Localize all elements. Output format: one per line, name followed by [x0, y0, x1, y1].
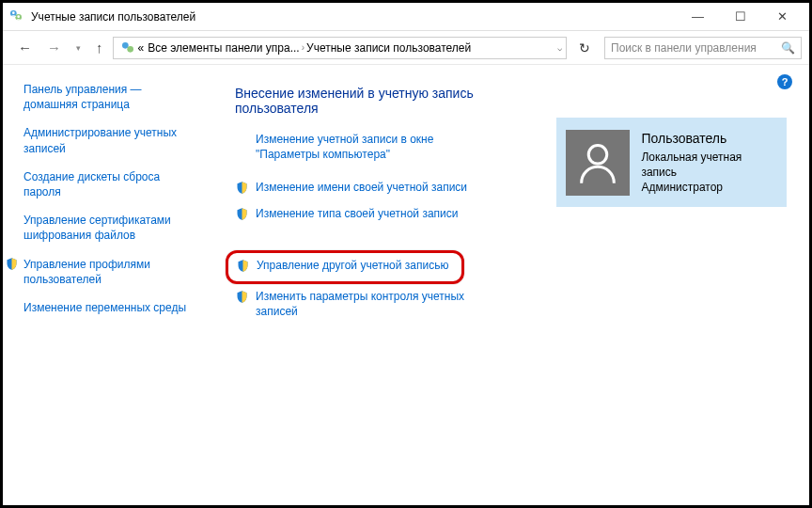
back-button[interactable]: ← — [12, 36, 38, 59]
forward-button[interactable]: → — [41, 36, 67, 59]
link-change-name[interactable]: Изменение имени своей учетной записи — [235, 181, 538, 198]
minimize-button[interactable]: — — [677, 4, 719, 30]
link-change-account-settings[interactable]: Изменение учетной записи в окне "Парамет… — [235, 133, 538, 162]
shield-icon — [235, 290, 250, 307]
user-info: Пользователь Локальная учетная запись Ад… — [641, 130, 777, 195]
svg-point-3 — [17, 15, 20, 18]
link-change-type[interactable]: Изменение типа своей учетной записи — [235, 207, 538, 224]
maximize-button[interactable]: ☐ — [719, 4, 761, 30]
refresh-button[interactable]: ↻ — [574, 38, 595, 58]
link-label: Изменить параметры контроля учетных запи… — [256, 290, 472, 319]
current-user-card[interactable]: Пользователь Локальная учетная запись Ад… — [556, 118, 787, 207]
titlebar: Учетные записи пользователей — ☐ ✕ — [3, 3, 809, 31]
sidebar-home[interactable]: Панель управления — домашняя страница — [23, 82, 195, 112]
user-name: Пользователь — [641, 130, 777, 148]
link-manage-other-account[interactable]: Управление другой учетной записью — [236, 259, 448, 276]
sidebar-item-label: Управление профилями пользователей — [23, 257, 195, 287]
link-uac-settings[interactable]: Изменить параметры контроля учетных запи… — [235, 290, 538, 319]
link-label: Управление другой учетной записью — [257, 259, 448, 274]
svg-point-4 — [122, 42, 129, 49]
link-label: Изменение имени своей учетной записи — [256, 181, 467, 196]
shield-icon — [5, 257, 19, 287]
link-label: Изменение типа своей учетной записи — [256, 207, 458, 222]
search-placeholder: Поиск в панели управления — [611, 41, 781, 55]
shield-icon — [236, 259, 251, 276]
sidebar-user-profiles[interactable]: Управление профилями пользователей — [23, 257, 195, 287]
breadcrumb-prefix: « — [138, 41, 145, 55]
sidebar: Панель управления — домашняя страница Ад… — [3, 65, 205, 505]
search-icon: 🔍 — [781, 41, 795, 55]
breadcrumb-part1[interactable]: Все элементы панели упра... — [148, 41, 300, 55]
shield-icon — [235, 181, 250, 198]
sidebar-encryption-certs[interactable]: Управление сертификатами шифрования файл… — [23, 213, 195, 243]
avatar — [566, 130, 630, 196]
main-actions: Внесение изменений в учетную запись поль… — [235, 86, 538, 496]
history-dropdown[interactable]: ▾ — [70, 40, 86, 56]
user-role: Администратор — [641, 180, 777, 195]
window-title: Учетные записи пользователей — [31, 10, 195, 24]
highlighted-action: Управление другой учетной записью — [226, 250, 464, 284]
page-heading: Внесение изменений в учетную запись поль… — [235, 86, 538, 116]
help-icon[interactable]: ? — [777, 74, 792, 89]
close-button[interactable]: ✕ — [761, 4, 804, 30]
app-icon — [8, 8, 25, 25]
sidebar-env-vars[interactable]: Изменение переменных среды — [23, 300, 195, 315]
address-icon — [120, 40, 135, 56]
main-panel: Внесение изменений в учетную запись поль… — [205, 65, 809, 505]
svg-point-2 — [12, 11, 15, 14]
breadcrumb-part2[interactable]: Учетные записи пользователей — [306, 41, 471, 55]
window-frame: Учетные записи пользователей — ☐ ✕ ← → ▾… — [0, 0, 812, 508]
user-account-type: Локальная учетная запись — [641, 150, 777, 180]
search-box[interactable]: Поиск в панели управления 🔍 — [604, 37, 802, 59]
svg-point-6 — [588, 145, 607, 164]
address-bar[interactable]: « Все элементы панели упра... › Учетные … — [113, 37, 568, 59]
navigation-bar: ← → ▾ ↑ « Все элементы панели упра... › … — [3, 31, 809, 65]
up-button[interactable]: ↑ — [90, 36, 109, 59]
link-label: Изменение учетной записи в окне "Парамет… — [256, 133, 472, 162]
content-area: ? Панель управления — домашняя страница … — [3, 65, 809, 505]
sidebar-password-reset-disk[interactable]: Создание дискеты сброса пароля — [23, 169, 195, 199]
breadcrumb-separator: › — [302, 42, 304, 53]
svg-point-5 — [127, 46, 133, 53]
shield-icon — [235, 207, 250, 224]
sidebar-admin-accounts[interactable]: Администрирование учетных записей — [23, 125, 195, 155]
window-controls: — ☐ ✕ — [677, 4, 804, 30]
address-dropdown[interactable]: ⌵ — [557, 43, 562, 53]
